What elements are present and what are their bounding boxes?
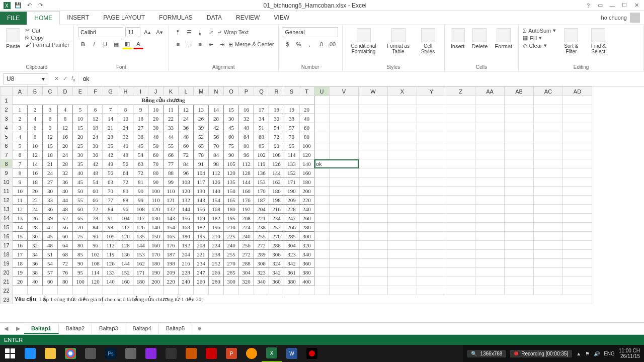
- cell-V9[interactable]: [330, 168, 359, 177]
- cell-J10[interactable]: 90: [148, 177, 164, 187]
- cell-R17[interactable]: 288: [269, 241, 284, 250]
- note-cell[interactable]: Yêu cầu: Lập 1 công thức điền giá trị ch…: [13, 295, 592, 304]
- cell-R6[interactable]: 90: [269, 141, 284, 150]
- cell-N2[interactable]: 14: [209, 105, 224, 114]
- copy-button[interactable]: ⎘ Copy: [25, 35, 69, 41]
- cell-X2[interactable]: [388, 105, 417, 114]
- cell-N17[interactable]: 224: [209, 241, 224, 250]
- cell-J19[interactable]: 180: [148, 259, 164, 268]
- spreadsheet-grid[interactable]: ABCDEFGHIJKLMNOPQRSTUVWXYZAAABACAD1Bảng …: [0, 86, 644, 323]
- cell-T7[interactable]: 120: [299, 150, 314, 159]
- cell-B3[interactable]: 4: [28, 114, 43, 123]
- cell-U21[interactable]: [314, 277, 330, 286]
- cell-AB12[interactable]: [505, 196, 534, 205]
- cell-Z16[interactable]: [446, 232, 475, 241]
- align-middle-icon[interactable]: ☰: [184, 27, 194, 37]
- cell-N21[interactable]: 280: [209, 277, 224, 286]
- cell-U19[interactable]: [314, 259, 330, 268]
- cell-M15[interactable]: 182: [194, 223, 209, 232]
- cell-S10[interactable]: 171: [284, 177, 299, 187]
- cell-E10[interactable]: 45: [73, 177, 88, 187]
- cell-W22[interactable]: [359, 286, 388, 295]
- cell-AB15[interactable]: [505, 223, 534, 232]
- cell-AA21[interactable]: [475, 277, 505, 286]
- cell-W6[interactable]: [359, 141, 388, 150]
- cell-O16[interactable]: 225: [224, 232, 239, 241]
- format-as-table-button[interactable]: Format as Table: [384, 27, 413, 55]
- cell-I19[interactable]: 162: [133, 259, 148, 268]
- cell-J8[interactable]: 70: [148, 159, 164, 168]
- cell-Q15[interactable]: 238: [254, 223, 269, 232]
- cell-W21[interactable]: [359, 277, 388, 286]
- row-header-16[interactable]: 16: [1, 232, 13, 241]
- number-format-combo[interactable]: General: [283, 27, 338, 37]
- cell-X4[interactable]: [388, 123, 417, 132]
- cell-E8[interactable]: 35: [73, 159, 88, 168]
- cell-B15[interactable]: 28: [28, 223, 43, 232]
- cell-G9[interactable]: 56: [103, 168, 118, 177]
- cell-F18[interactable]: 102: [88, 250, 103, 259]
- cell-G18[interactable]: 119: [103, 250, 118, 259]
- cell-O17[interactable]: 240: [224, 241, 239, 250]
- recording-indicator[interactable]: Recording [00:00:35]: [510, 350, 572, 357]
- dec-dec-icon[interactable]: .00: [327, 39, 337, 49]
- cell-V7[interactable]: [330, 150, 359, 159]
- cell-S22[interactable]: [284, 286, 299, 295]
- cell-F16[interactable]: 90: [88, 232, 103, 241]
- cell-M14[interactable]: 169: [194, 214, 209, 223]
- cell-S9[interactable]: 152: [284, 168, 299, 177]
- cell-K12[interactable]: 121: [164, 196, 179, 205]
- cell-Z17[interactable]: [446, 241, 475, 250]
- cell-L11[interactable]: 120: [179, 187, 194, 196]
- cell-Q3[interactable]: 34: [254, 114, 269, 123]
- sheet-nav-next-icon[interactable]: ▶: [12, 325, 24, 332]
- cell-H11[interactable]: 80: [118, 187, 133, 196]
- cell-X1[interactable]: [388, 96, 417, 105]
- col-header-E[interactable]: E: [73, 87, 88, 96]
- cell-AC14[interactable]: [534, 214, 563, 223]
- col-header-AB[interactable]: AB: [505, 87, 534, 96]
- cell-D22[interactable]: [58, 286, 73, 295]
- col-header-A[interactable]: A: [13, 87, 28, 96]
- cell-G2[interactable]: 7: [103, 105, 118, 114]
- cell-P10[interactable]: 144: [239, 177, 254, 187]
- cell-K19[interactable]: 198: [164, 259, 179, 268]
- cell-W10[interactable]: [359, 177, 388, 187]
- cell-M21[interactable]: 260: [194, 277, 209, 286]
- cell-T10[interactable]: 180: [299, 177, 314, 187]
- cell-K9[interactable]: 88: [164, 168, 179, 177]
- cell-AC13[interactable]: [534, 205, 563, 214]
- cell-G16[interactable]: 105: [103, 232, 118, 241]
- col-header-D[interactable]: D: [58, 87, 73, 96]
- cell-AA18[interactable]: [475, 250, 505, 259]
- cell-S11[interactable]: 190: [284, 187, 299, 196]
- explorer-icon[interactable]: [40, 345, 60, 362]
- cell-AD6[interactable]: [563, 141, 592, 150]
- cell-A10[interactable]: 9: [13, 177, 28, 187]
- cell-R16[interactable]: 270: [269, 232, 284, 241]
- app2-icon[interactable]: [121, 345, 141, 362]
- cell-I18[interactable]: 153: [133, 250, 148, 259]
- cell-T19[interactable]: 360: [299, 259, 314, 268]
- cell-M19[interactable]: 234: [194, 259, 209, 268]
- cell-A5[interactable]: 4: [13, 132, 28, 141]
- cell-B6[interactable]: 10: [28, 141, 43, 150]
- cell-T13[interactable]: 240: [299, 205, 314, 214]
- cell-X14[interactable]: [388, 214, 417, 223]
- cell-N14[interactable]: 182: [209, 214, 224, 223]
- cell-Z12[interactable]: [446, 196, 475, 205]
- orientation-icon[interactable]: ⤢: [206, 27, 216, 37]
- cell-AC18[interactable]: [534, 250, 563, 259]
- cell-AA12[interactable]: [475, 196, 505, 205]
- cell-D12[interactable]: 44: [58, 196, 73, 205]
- fill-button[interactable]: ▦ Fill ▾: [523, 35, 556, 41]
- cell-H14[interactable]: 104: [118, 214, 133, 223]
- cell-F22[interactable]: [88, 286, 103, 295]
- cell-M2[interactable]: 13: [194, 105, 209, 114]
- cell-K6[interactable]: 55: [164, 141, 179, 150]
- cell-A18[interactable]: 17: [13, 250, 28, 259]
- cell-styles-button[interactable]: Cell Styles: [416, 27, 440, 55]
- cell-K21[interactable]: 220: [164, 277, 179, 286]
- cell-I5[interactable]: 36: [133, 132, 148, 141]
- cell-P4[interactable]: 48: [239, 123, 254, 132]
